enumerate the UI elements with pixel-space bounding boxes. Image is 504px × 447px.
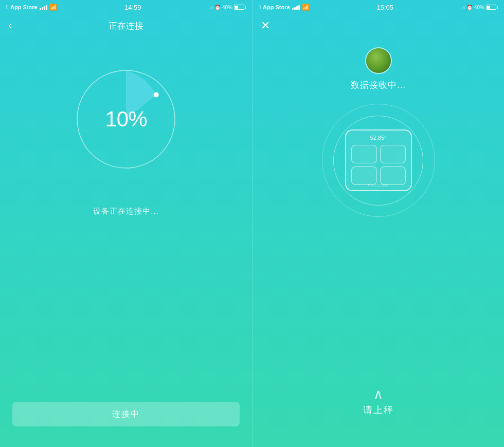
right-status-bar:  App Store 📶 15:05 ⊿ ⏰ 40% [253, 0, 504, 14]
right-battery-body [486, 5, 496, 10]
left-battery-tip [245, 6, 246, 9]
signal-bar-2 [42, 7, 43, 10]
left-battery-pct: 40% [222, 5, 232, 10]
scale-pad-bl [351, 166, 377, 185]
signal-bars-right [292, 5, 300, 10]
left-nav-bar: ‹ 正在连接 [0, 14, 252, 37]
right-battery-fill [487, 6, 490, 9]
right-phone-panel:  App Store 📶 15:05 ⊿ ⏰ 40% ✕ [252, 0, 504, 447]
right-status-right: ⊿ ⏰ 40% [461, 5, 498, 10]
apple-logo-right:  [259, 4, 261, 10]
left-alarm-icon: ⏰ [214, 5, 221, 10]
right-nav-bar: ✕ [253, 14, 504, 37]
connect-button[interactable]: 连接中 [12, 402, 240, 426]
left-phone-panel:  App Store 📶 14:59 ⊿ ⏰ 40% ‹ [0, 0, 252, 447]
scale-weight-value: 52.85 [370, 135, 385, 141]
right-battery-tip [497, 6, 498, 9]
scale-pad-br [380, 166, 406, 185]
signal-bar-r2 [294, 7, 296, 10]
connecting-message: 设备正在连接中... [93, 207, 159, 216]
step-on-container: ∧ 请上秤 [363, 387, 394, 416]
step-on-label: 请上秤 [363, 404, 394, 416]
left-status-left:  App Store 📶 [6, 4, 57, 11]
left-status-right: ⊿ ⏰ 40% [209, 5, 246, 10]
progress-dot [154, 92, 159, 98]
scale-pads [350, 144, 407, 186]
left-battery-fill [235, 6, 238, 9]
scale-brand-label: PHICOMM [368, 183, 389, 187]
scale-container: 52.85° PHICOMM [319, 101, 438, 219]
signal-bars-left [40, 5, 47, 10]
left-battery [234, 5, 246, 10]
chevron-up-icon: ∧ [373, 387, 383, 401]
right-battery-pct: 40% [474, 5, 484, 10]
signal-bar-1 [40, 8, 41, 10]
scale-device: 52.85° PHICOMM [345, 129, 412, 191]
left-time: 14:59 [124, 4, 141, 11]
signal-bar-4 [46, 5, 47, 10]
scale-weight-display: 52.85° [370, 135, 387, 141]
close-button[interactable]: ✕ [261, 20, 270, 31]
progress-circle-container: 10% [69, 63, 183, 176]
left-carrier: App Store [10, 4, 38, 10]
signal-bar-r1 [292, 8, 294, 10]
avatar-container [365, 47, 392, 74]
right-time: 15:05 [377, 4, 394, 11]
left-content: 10% 设备正在连接中... 连接中 [0, 37, 252, 447]
right-carrier: App Store [263, 4, 290, 10]
signal-bar-r4 [298, 5, 300, 10]
right-status-left:  App Store 📶 [259, 4, 310, 11]
right-content: 数据接收中... 52.85° PHICOMM ∧ 请上秤 [253, 37, 504, 447]
right-location-icon: ⊿ [461, 5, 465, 10]
right-alarm-icon: ⏰ [466, 5, 473, 10]
signal-bar-r3 [296, 6, 298, 10]
scale-weight-unit: ° [384, 135, 386, 141]
left-status-bar:  App Store 📶 14:59 ⊿ ⏰ 40% [0, 0, 252, 14]
scale-pad-tr [380, 145, 406, 163]
progress-percentage: 10% [105, 107, 147, 132]
connect-button-container: 连接中 [12, 402, 240, 426]
wifi-icon-right: 📶 [302, 4, 310, 11]
apple-logo-left:  [6, 4, 8, 10]
left-nav-title: 正在连接 [109, 20, 143, 32]
right-battery [486, 5, 498, 10]
scale-pad-tl [351, 145, 377, 163]
wifi-icon-left: 📶 [49, 4, 57, 11]
avatar-image [366, 48, 391, 73]
signal-bar-3 [44, 6, 45, 10]
left-battery-body [234, 5, 244, 10]
back-button[interactable]: ‹ [8, 20, 12, 31]
receiving-message: 数据接收中... [351, 79, 406, 91]
left-location-icon: ⊿ [209, 5, 213, 10]
